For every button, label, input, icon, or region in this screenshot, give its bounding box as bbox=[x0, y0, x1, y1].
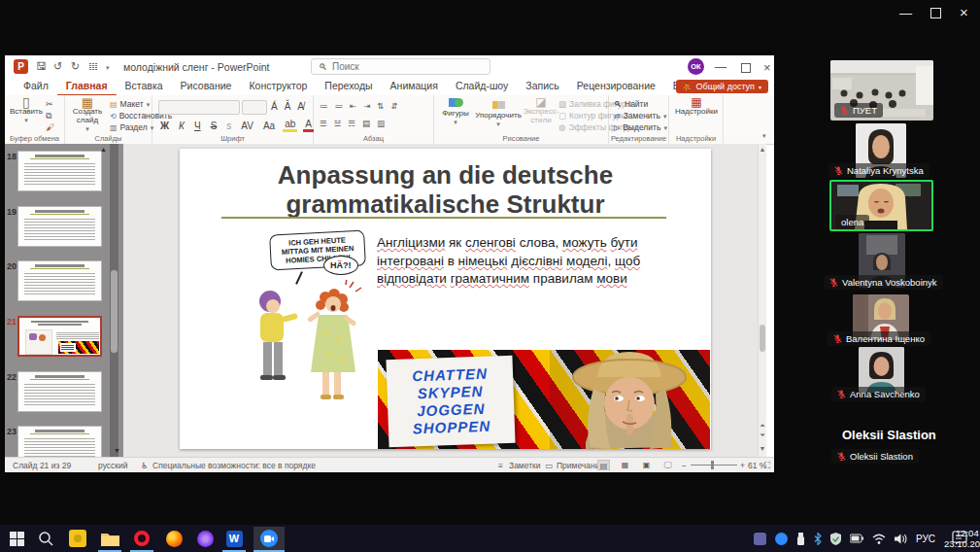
defender-shield-icon[interactable] bbox=[830, 533, 841, 545]
action-center-button[interactable] bbox=[952, 531, 967, 549]
format-painter-icon[interactable]: 🖌︎ bbox=[46, 122, 54, 132]
new-slide-button[interactable]: ▦ Создать слайд▾ bbox=[69, 98, 106, 133]
zoom-slider-thumb[interactable] bbox=[711, 461, 714, 469]
current-slide[interactable]: Anpassung an die deutsche grammatikalisc… bbox=[180, 149, 711, 449]
menu-tab[interactable]: Главная bbox=[57, 78, 117, 96]
bluetooth-icon[interactable] bbox=[814, 533, 822, 545]
os-restore-button[interactable] bbox=[930, 8, 941, 18]
battery-icon[interactable] bbox=[850, 534, 863, 543]
taskbar-app-yellow[interactable] bbox=[63, 527, 92, 550]
scroll-up-icon[interactable]: ▲ bbox=[759, 146, 766, 153]
bold-button[interactable]: Ж bbox=[158, 121, 171, 131]
taskbar-app-purple[interactable] bbox=[190, 527, 220, 550]
menu-tab[interactable]: Слайд-шоу bbox=[447, 78, 517, 96]
align-right-icon[interactable]: ☴ bbox=[348, 119, 355, 129]
paste-button[interactable]: ▯ Вставить▾ bbox=[10, 98, 43, 124]
highlight-color-button[interactable]: ab bbox=[283, 119, 297, 132]
quick-styles-button[interactable]: ◪ Экспресс-стили bbox=[524, 98, 558, 124]
os-close-button[interactable]: × bbox=[960, 6, 968, 18]
indent-increase-icon[interactable]: ⇥ bbox=[363, 101, 370, 112]
font-size-combo[interactable] bbox=[242, 100, 267, 115]
slide-thumbnail-19[interactable] bbox=[17, 206, 102, 247]
align-center-icon[interactable]: ☱ bbox=[334, 119, 342, 129]
indent-decrease-icon[interactable]: ⇤ bbox=[350, 101, 356, 112]
slide-body-text[interactable]: Англіцизми як сленгові слова, можуть бут… bbox=[377, 234, 659, 289]
usb-icon[interactable] bbox=[796, 533, 805, 545]
firefox-button[interactable] bbox=[159, 527, 188, 550]
slideshow-view-button[interactable]: 🖵︎ bbox=[661, 460, 674, 470]
share-button[interactable]: ⛹ Общий доступ ▾ bbox=[676, 80, 768, 93]
collapse-ribbon-icon[interactable]: ▾ bbox=[762, 132, 766, 140]
slide-thumbnail-22[interactable] bbox=[17, 371, 102, 412]
file-explorer-button[interactable] bbox=[95, 527, 124, 550]
zoom-out-button[interactable]: − bbox=[682, 461, 687, 470]
language-indicator[interactable]: РУС bbox=[916, 534, 935, 544]
zoom-slider[interactable] bbox=[691, 465, 737, 466]
change-case-button[interactable]: Aa bbox=[261, 121, 277, 131]
normal-view-button[interactable]: ▤ bbox=[597, 460, 610, 470]
participant-tile-oleksii[interactable]: Oleksii Slastion Oleksii Slastion bbox=[821, 418, 980, 468]
char-spacing-button[interactable]: AV bbox=[239, 121, 255, 131]
scroll-down-icon[interactable]: ▼ bbox=[759, 445, 766, 452]
columns-icon[interactable]: ▥ bbox=[377, 119, 385, 129]
underline-button[interactable]: Ч bbox=[192, 121, 203, 131]
slide-sorter-view-button[interactable]: ▦ bbox=[619, 460, 631, 470]
italic-button[interactable]: К bbox=[177, 121, 186, 131]
search-input[interactable]: 🔍︎ Поиск bbox=[311, 58, 490, 75]
speaker-icon[interactable] bbox=[895, 534, 907, 544]
search-button[interactable] bbox=[31, 527, 60, 550]
menu-tab[interactable]: Конструктор bbox=[240, 78, 316, 96]
canvas-scrollbar[interactable]: ▲ ⏶ ⏷ ▼ bbox=[758, 144, 766, 457]
slide-thumbnail-20[interactable] bbox=[17, 260, 102, 301]
text-direction-icon[interactable]: ⇵ bbox=[390, 101, 397, 112]
bullets-icon[interactable]: ≔ bbox=[320, 101, 328, 112]
fit-to-window-icon[interactable]: ⛶ bbox=[764, 461, 770, 471]
strikethrough-button[interactable]: S bbox=[209, 121, 220, 131]
text-shadow-button[interactable]: s bbox=[224, 121, 233, 131]
shapes-button[interactable]: Фигуры▾ bbox=[440, 98, 471, 126]
reading-view-button[interactable]: ▣ bbox=[640, 460, 653, 470]
ppt-minimize-button[interactable]: — bbox=[715, 60, 727, 74]
section-button[interactable]: ▥ Раздел▾ bbox=[110, 122, 153, 133]
menu-tab[interactable]: Анимация bbox=[382, 78, 447, 96]
find-button[interactable]: 🔍︎Найти bbox=[614, 99, 648, 110]
accessibility-status[interactable]: Специальные возможности: все в порядке bbox=[152, 461, 316, 470]
menu-tab[interactable]: Переходы bbox=[316, 78, 381, 96]
next-slide-icon[interactable]: ⏷ bbox=[759, 431, 766, 439]
menu-tab[interactable]: Файл bbox=[15, 78, 57, 96]
clear-format-button[interactable]: А̸ bbox=[295, 101, 306, 112]
wifi-icon[interactable] bbox=[872, 534, 886, 544]
account-avatar[interactable]: ОК bbox=[688, 58, 704, 75]
slide-thumbnail-18[interactable] bbox=[17, 151, 102, 191]
grow-font-button[interactable]: А́А̌А̸ bbox=[269, 101, 306, 112]
menu-tab[interactable]: Вставка bbox=[117, 78, 172, 96]
redo-icon[interactable]: ↻ bbox=[71, 60, 80, 73]
participant-tile-anna[interactable] bbox=[859, 347, 904, 393]
notes-button[interactable]: Заметки bbox=[509, 461, 541, 470]
slide-image-chatten[interactable]: CHATTEN SKYPEN JOGGEN SHOPPEN bbox=[378, 350, 710, 449]
numbering-icon[interactable]: ≕ bbox=[335, 101, 344, 112]
previous-slide-icon[interactable]: ⏶ bbox=[759, 422, 766, 430]
teams-tray-icon[interactable] bbox=[754, 533, 766, 545]
layout-button[interactable]: ▤ Макет▾ bbox=[110, 99, 150, 110]
replace-button[interactable]: ⇄Заменить▾ bbox=[614, 111, 666, 121]
zoom-in-button[interactable]: + bbox=[740, 461, 745, 470]
os-minimize-button[interactable]: — bbox=[899, 7, 912, 19]
menu-tab[interactable]: Рисование bbox=[172, 78, 241, 96]
save-icon[interactable]: 🖫 bbox=[36, 60, 47, 72]
select-button[interactable]: ▷Выделить▾ bbox=[614, 122, 667, 133]
pane-scroll-up-icon[interactable]: ▲ bbox=[100, 146, 107, 153]
start-button[interactable] bbox=[2, 527, 31, 550]
justify-icon[interactable]: ▤ bbox=[362, 119, 370, 129]
cut-icon[interactable]: ✂ bbox=[46, 99, 53, 109]
arrange-button[interactable]: Упорядочить▾ bbox=[475, 98, 522, 128]
participant-tile-puet[interactable]: ПУЕТ bbox=[830, 60, 933, 121]
pane-scroll-down-icon[interactable]: ▼ bbox=[114, 447, 120, 454]
ppt-restore-button[interactable] bbox=[741, 63, 751, 73]
addins-button[interactable]: ▦ Надстройки bbox=[678, 98, 715, 116]
slide-thumbnail-21-selected[interactable] bbox=[17, 316, 102, 357]
slide-title[interactable]: Anpassung an die deutsche grammatikalisc… bbox=[180, 160, 711, 219]
opera-button[interactable] bbox=[127, 527, 156, 550]
menu-tab[interactable]: Запись bbox=[517, 78, 567, 96]
shrink-font-button[interactable]: А̌ bbox=[283, 101, 293, 112]
